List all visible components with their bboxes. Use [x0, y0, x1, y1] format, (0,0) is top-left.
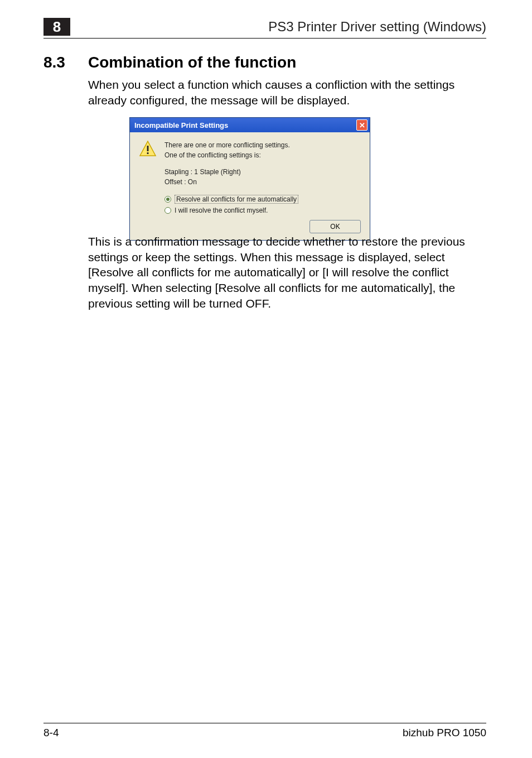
dialog-radio-group: Resolve all conflicts for me automatical… [165, 195, 361, 214]
dialog-body: There are one or more conflicting settin… [130, 132, 370, 240]
running-header-title: PS3 Printer Driver setting (Windows) [268, 19, 486, 35]
radio-resolve-automatically[interactable]: Resolve all conflicts for me automatical… [165, 195, 361, 204]
radio-label-myself: I will resolve the conflict myself. [175, 207, 268, 214]
footer-page-number: 8-4 [43, 727, 59, 739]
conflict-line-2: Offset : On [165, 177, 361, 187]
intro-paragraph: When you select a function which causes … [88, 77, 486, 109]
incompatible-settings-dialog: Incompatible Print Settings ✕ There are … [129, 117, 370, 241]
section-heading: 8.3 Combination of the function [43, 54, 486, 71]
dialog-titlebar: Incompatible Print Settings ✕ [130, 118, 370, 132]
dialog-message-text: There are one or more conflicting settin… [165, 140, 290, 160]
page-header: 8 PS3 Printer Driver setting (Windows) [0, 18, 532, 40]
svg-rect-1 [147, 146, 149, 151]
page: 8 PS3 Printer Driver setting (Windows) 8… [0, 0, 532, 758]
radio-resolve-myself[interactable]: I will resolve the conflict myself. [165, 207, 361, 214]
ok-button[interactable]: OK [309, 220, 361, 233]
followup-paragraph: This is a confirmation message to decide… [88, 234, 486, 311]
dialog-title: Incompatible Print Settings [134, 121, 228, 129]
radio-indicator-icon [165, 196, 171, 203]
radio-indicator-icon [165, 207, 171, 214]
warning-icon [139, 140, 157, 158]
section-number: 8.3 [43, 54, 88, 71]
dialog-message-line2: One of the conflicting settings is: [165, 150, 290, 160]
footer-product-name: bizhub PRO 1050 [403, 727, 486, 739]
dialog-conflict-details: Stapling : 1 Staple (Right) Offset : On [165, 167, 361, 187]
radio-label-auto: Resolve all conflicts for me automatical… [175, 195, 298, 204]
dialog-message-line1: There are one or more conflicting settin… [165, 140, 290, 150]
header-rule [43, 38, 486, 39]
footer-rule [43, 723, 486, 723]
section-title: Combination of the function [88, 54, 296, 71]
dialog-button-row: OK [139, 220, 361, 233]
dialog-message-row: There are one or more conflicting settin… [139, 140, 361, 160]
svg-rect-2 [147, 152, 149, 154]
conflict-line-1: Stapling : 1 Staple (Right) [165, 167, 361, 177]
close-button[interactable]: ✕ [356, 119, 367, 131]
chapter-number-tab: 8 [43, 18, 70, 36]
